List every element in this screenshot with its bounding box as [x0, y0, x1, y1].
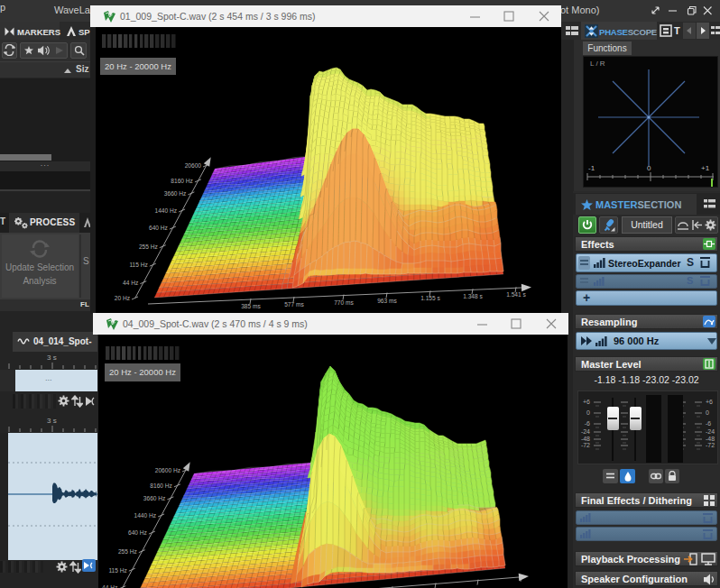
svg-text:20600 Hz: 20600 Hz — [155, 467, 180, 473]
svg-text:1440 Hz: 1440 Hz — [134, 512, 157, 519]
svg-text:640 Hz: 640 Hz — [128, 529, 147, 536]
svg-text:385 ms: 385 ms — [241, 303, 261, 309]
svg-text:-72: -72 — [706, 442, 715, 448]
svg-text:44 Hz: 44 Hz — [123, 280, 138, 286]
svg-text:20600: 20600 — [185, 162, 202, 169]
svg-text:3660 Hz: 3660 Hz — [164, 190, 187, 197]
svg-text:3660 Hz: 3660 Hz — [143, 495, 166, 501]
svg-text:255 Hz: 255 Hz — [139, 243, 158, 250]
svg-text:577 ms: 577 ms — [284, 301, 304, 308]
svg-text:1440 Hz: 1440 Hz — [155, 207, 178, 214]
svg-text:8160 Hz: 8160 Hz — [171, 178, 193, 184]
svg-text:+6: +6 — [706, 399, 713, 405]
svg-text:-48: -48 — [581, 436, 590, 442]
svg-text:-24: -24 — [581, 428, 590, 435]
svg-text:-1: -1 — [588, 164, 595, 172]
svg-text:-48: -48 — [706, 436, 715, 442]
svg-text:255 Hz: 255 Hz — [118, 548, 137, 555]
svg-text:1.155 s: 1.155 s — [420, 295, 440, 301]
svg-text:963 ms: 963 ms — [377, 298, 397, 304]
svg-text:0: 0 — [586, 409, 590, 416]
svg-text:115 Hz: 115 Hz — [108, 567, 126, 574]
svg-text:+1: +1 — [701, 164, 710, 172]
svg-text:-24: -24 — [706, 428, 715, 435]
svg-text:115 Hz: 115 Hz — [129, 262, 147, 268]
svg-text:0: 0 — [706, 409, 709, 416]
svg-text:-72: -72 — [581, 442, 590, 448]
svg-text:-6: -6 — [585, 420, 590, 427]
svg-text:0: 0 — [647, 164, 651, 172]
svg-text:-6: -6 — [706, 420, 711, 427]
svg-text:+6: +6 — [583, 399, 590, 405]
svg-text:1.541 s: 1.541 s — [506, 291, 526, 298]
svg-text:20 Hz: 20 Hz — [115, 295, 130, 301]
svg-text:1.348 s: 1.348 s — [463, 293, 483, 299]
svg-text:44 Hz: 44 Hz — [102, 584, 117, 588]
svg-text:770 ms: 770 ms — [334, 299, 354, 306]
svg-text:640 Hz: 640 Hz — [149, 225, 168, 231]
svg-text:8160 Hz: 8160 Hz — [150, 482, 172, 489]
